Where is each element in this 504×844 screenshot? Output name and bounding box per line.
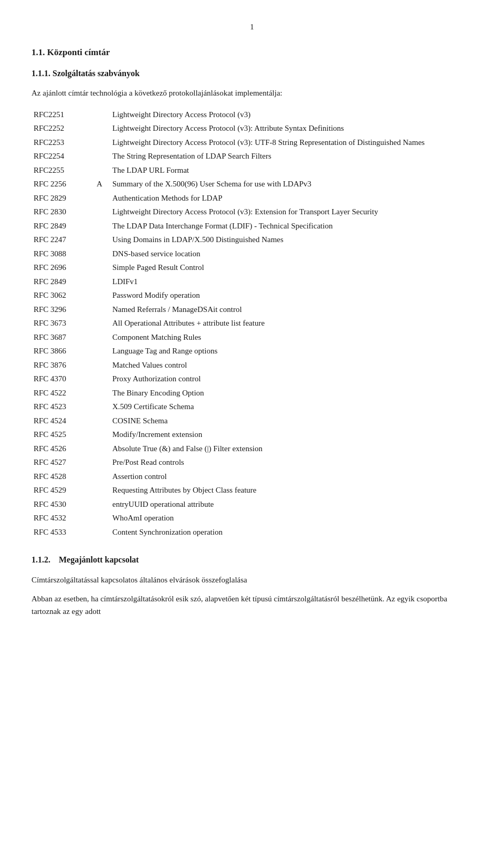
rfc-mid: [94, 428, 110, 442]
rfc-desc: Using Domains in LDAP/X.500 Distinguishe…: [110, 233, 472, 247]
rfc-id: RFC 4527: [32, 455, 94, 470]
rfc-desc: Assertion control: [110, 470, 472, 484]
rfc-row: RFC 4526Absolute True (&) and False (|) …: [32, 442, 472, 456]
section-1-1-heading: 1.1. Központi címtár: [32, 46, 472, 59]
rfc-row: RFC 3673All Operational Attributes + att…: [32, 316, 472, 330]
rfc-mid: [94, 136, 110, 150]
rfc-row: RFC 3062Password Modify operation: [32, 288, 472, 303]
section-1-1-1-heading: 1.1.1. Szolgáltatás szabványok: [32, 67, 472, 80]
rfc-desc: The String Representation of LDAP Search…: [110, 149, 472, 163]
rfc-desc: DNS-based service location: [110, 247, 472, 261]
rfc-row: RFC 4522The Binary Encoding Option: [32, 386, 472, 400]
rfc-id: RFC 3062: [32, 288, 94, 303]
rfc-mid: [94, 247, 110, 261]
rfc-mid: [94, 205, 110, 219]
rfc-mid: [94, 358, 110, 372]
rfc-id: RFC 3673: [32, 316, 94, 330]
rfc-row: RFC 2696Simple Paged Result Control: [32, 261, 472, 275]
rfc-row: RFC 3866Language Tag and Range options: [32, 344, 472, 358]
rfc-id: RFC 3876: [32, 358, 94, 372]
rfc-desc: X.509 Certificate Schema: [110, 400, 472, 414]
rfc-id: RFC 3687: [32, 330, 94, 345]
rfc-mid: [94, 330, 110, 345]
rfc-mid: [94, 303, 110, 317]
rfc-desc: Matched Values control: [110, 358, 472, 372]
rfc-desc: The LDAP Data Interchange Format (LDIF) …: [110, 219, 472, 233]
rfc-row: RFC 4527Pre/Post Read controls: [32, 455, 472, 470]
rfc-mid: [94, 511, 110, 525]
rfc-desc: WhoAmI operation: [110, 511, 472, 525]
rfc-desc: Proxy Authorization control: [110, 372, 472, 386]
rfc-row: RFC2251Lightweight Directory Access Prot…: [32, 108, 472, 122]
rfc-mid: A: [94, 177, 110, 191]
rfc-id: RFC 4530: [32, 497, 94, 512]
rfc-mid: [94, 483, 110, 497]
rfc-desc: The Binary Encoding Option: [110, 386, 472, 400]
rfc-row: RFC 3876Matched Values control: [32, 358, 472, 372]
rfc-id: RFC 4522: [32, 386, 94, 400]
rfc-mid: [94, 442, 110, 456]
section-1-2-para1: Címtárszolgáltatással kapcsolatos általá…: [32, 574, 472, 586]
rfc-row: RFC 4525Modify/Increment extension: [32, 428, 472, 442]
rfc-desc: Requesting Attributes by Object Class fe…: [110, 483, 472, 497]
rfc-mid: [94, 414, 110, 428]
rfc-id: RFC 2829: [32, 191, 94, 205]
rfc-row: RFC 4533Content Synchronization operatio…: [32, 525, 472, 539]
section-1-2-number: 1.1.2.: [32, 555, 50, 564]
rfc-id: RFC2254: [32, 149, 94, 163]
rfc-id: RFC 4523: [32, 400, 94, 414]
rfc-desc: Summary of the X.500(96) User Schema for…: [110, 177, 472, 191]
rfc-desc: Simple Paged Result Control: [110, 261, 472, 275]
rfc-row: RFC 2247Using Domains in LDAP/X.500 Dist…: [32, 233, 472, 247]
rfc-id: RFC 4532: [32, 511, 94, 525]
rfc-desc: Component Matching Rules: [110, 330, 472, 345]
rfc-mid: [94, 163, 110, 178]
rfc-id: RFC 4529: [32, 483, 94, 497]
rfc-mid: [94, 288, 110, 303]
rfc-row: RFC 2256ASummary of the X.500(96) User S…: [32, 177, 472, 191]
rfc-desc: Lightweight Directory Access Protocol (v…: [110, 108, 472, 122]
section-1-2-heading: 1.1.2. Megajánlott kapcsolat: [32, 554, 472, 566]
rfc-row: RFC 2849The LDAP Data Interchange Format…: [32, 219, 472, 233]
rfc-table: RFC2251Lightweight Directory Access Prot…: [32, 108, 472, 539]
rfc-desc: Authentication Methods for LDAP: [110, 191, 472, 205]
rfc-mid: [94, 261, 110, 275]
rfc-mid: [94, 372, 110, 386]
rfc-mid: [94, 497, 110, 512]
rfc-desc: All Operational Attributes + attribute l…: [110, 316, 472, 330]
rfc-row: RFC 2849LDIFv1: [32, 275, 472, 289]
rfc-mid: [94, 108, 110, 122]
rfc-id: RFC 4528: [32, 470, 94, 484]
rfc-desc: Lightweight Directory Access Protocol (v…: [110, 121, 472, 136]
rfc-id: RFC 4526: [32, 442, 94, 456]
rfc-id: RFC2251: [32, 108, 94, 122]
rfc-mid: [94, 400, 110, 414]
rfc-row: RFC 4523X.509 Certificate Schema: [32, 400, 472, 414]
rfc-id: RFC 2247: [32, 233, 94, 247]
rfc-mid: [94, 149, 110, 163]
intro-text: Az ajánlott címtár technológia a követke…: [32, 87, 472, 99]
rfc-mid: [94, 121, 110, 136]
rfc-row: RFC 2829Authentication Methods for LDAP: [32, 191, 472, 205]
rfc-desc: Modify/Increment extension: [110, 428, 472, 442]
section-1-2-para2: Abban az esetben, ha címtárszolgáltatáso…: [32, 592, 472, 618]
rfc-desc: LDIFv1: [110, 275, 472, 289]
rfc-id: RFC 2849: [32, 275, 94, 289]
rfc-mid: [94, 470, 110, 484]
rfc-id: RFC2255: [32, 163, 94, 178]
rfc-mid: [94, 275, 110, 289]
rfc-row: RFC 4528Assertion control: [32, 470, 472, 484]
rfc-row: RFC 3088DNS-based service location: [32, 247, 472, 261]
rfc-id: RFC 2696: [32, 261, 94, 275]
rfc-desc: Lightweight Directory Access Protocol (v…: [110, 205, 472, 219]
page-number: 1: [32, 21, 472, 33]
rfc-row: RFC 4532WhoAmI operation: [32, 511, 472, 525]
section-1-2-title: Megajánlott kapcsolat: [59, 555, 139, 564]
rfc-mid: [94, 525, 110, 539]
rfc-desc: Content Synchronization operation: [110, 525, 472, 539]
rfc-id: RFC 4524: [32, 414, 94, 428]
rfc-desc: entryUUID operational attribute: [110, 497, 472, 512]
rfc-desc: COSINE Schema: [110, 414, 472, 428]
section-1-2: 1.1.2. Megajánlott kapcsolat Címtárszolg…: [32, 554, 472, 618]
rfc-id: RFC 3296: [32, 303, 94, 317]
